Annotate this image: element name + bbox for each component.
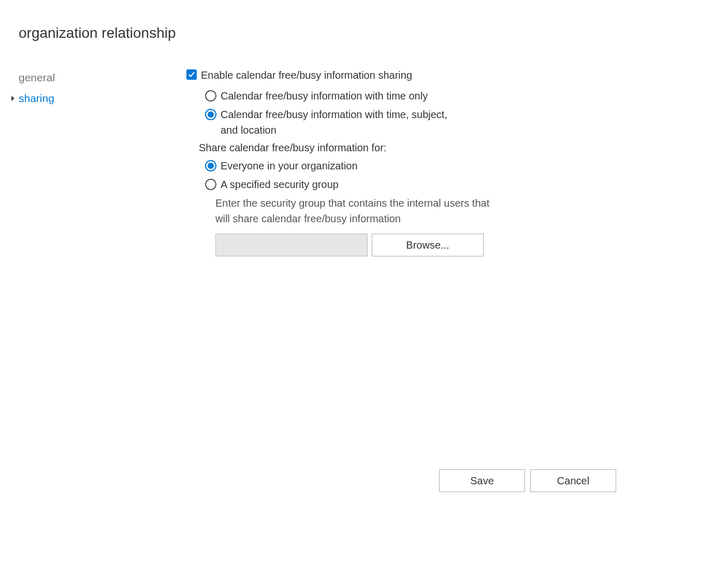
main-panel: Enable calendar free/busy information sh…	[166, 67, 728, 256]
radio-specified-group[interactable]	[205, 179, 216, 190]
footer: Save Cancel	[439, 469, 616, 492]
enable-sharing-checkbox-row: Enable calendar free/busy information sh…	[186, 67, 707, 83]
radio-row-time-subject-location: Calendar free/busy information with time…	[205, 107, 707, 138]
sidebar-item-label: general	[19, 71, 55, 83]
radio-time-subject-location[interactable]	[205, 109, 216, 120]
radio-time-only[interactable]	[205, 90, 216, 102]
radio-selected-dot-icon	[208, 111, 214, 118]
security-group-input-row: Browse...	[186, 234, 707, 256]
enable-sharing-checkbox[interactable]	[186, 69, 197, 80]
radio-selected-dot-icon	[208, 163, 214, 169]
radio-row-specified-group: A specified security group	[205, 177, 707, 192]
cancel-button[interactable]: Cancel	[530, 469, 616, 492]
browse-button[interactable]: Browse...	[372, 234, 484, 256]
radio-specified-group-label[interactable]: A specified security group	[221, 177, 339, 192]
security-group-helper: Enter the security group that contains t…	[186, 195, 497, 226]
share-for-label: Share calendar free/busy information for…	[186, 142, 707, 154]
share-for-radio-group: Everyone in your organization A specifie…	[186, 158, 707, 192]
check-icon	[188, 71, 195, 78]
sidebar-item-label: sharing	[19, 92, 54, 104]
radio-row-time-only: Calendar free/busy information with time…	[205, 88, 707, 104]
enable-sharing-label[interactable]: Enable calendar free/busy information sh…	[201, 67, 412, 83]
caret-right-icon	[11, 96, 14, 101]
save-button[interactable]: Save	[439, 469, 525, 492]
page-title: organization relationship	[0, 0, 728, 41]
radio-everyone[interactable]	[205, 160, 216, 171]
sidebar: general sharing	[0, 67, 166, 256]
sidebar-item-sharing[interactable]: sharing	[19, 88, 166, 109]
radio-row-everyone: Everyone in your organization	[205, 158, 707, 174]
content-wrapper: general sharing Enable calendar free/bus…	[0, 41, 728, 256]
sidebar-item-general[interactable]: general	[19, 67, 166, 88]
radio-time-only-label[interactable]: Calendar free/busy information with time…	[221, 88, 428, 104]
radio-everyone-label[interactable]: Everyone in your organization	[221, 158, 358, 174]
detail-level-radio-group: Calendar free/busy information with time…	[186, 88, 707, 138]
security-group-input[interactable]	[215, 234, 368, 256]
radio-time-subject-location-label[interactable]: Calendar free/busy information with time…	[221, 107, 454, 138]
